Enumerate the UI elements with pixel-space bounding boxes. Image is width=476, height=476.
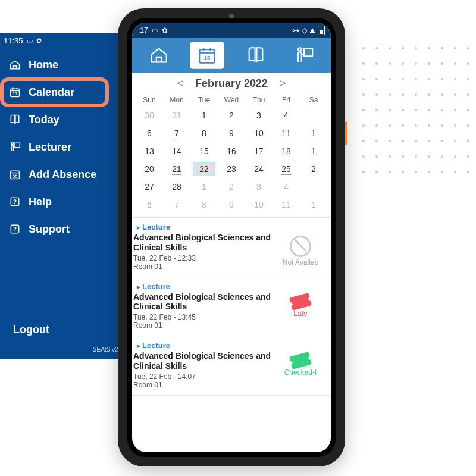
calendar-day[interactable] [300,178,327,196]
calendar-day[interactable]: 6 [136,196,163,214]
sidebar-panel: 11:35 ▭ ✿ Home15CalendarTodayLecturerAdd… [0,33,133,359]
calendar-day[interactable]: 1 [190,107,218,124]
support-icon: ? [8,223,21,236]
calendar-day[interactable]: 14 [163,142,190,160]
month-label: February 2022 [195,77,268,90]
svg-text:?: ? [13,199,17,205]
calendar-day[interactable]: 25 [273,160,300,178]
sidebar-item-help[interactable]: ?Help [0,188,133,215]
calendar-day[interactable]: 24 [245,160,273,178]
battery-icon: ▭ [27,37,33,45]
sidebar-item-label: Help [29,196,52,208]
calendar-day[interactable]: 8 [190,124,218,142]
calendar-day[interactable]: 7 [163,124,190,142]
calendar-day[interactable]: 21 [163,160,190,178]
calendar-day[interactable]: 17 [245,142,273,160]
calendar-day[interactable] [300,107,327,124]
tab-lecturer[interactable] [287,42,321,68]
event-item[interactable]: LectureAdvanced Biological Sciences and … [132,218,331,277]
svg-text:?: ? [13,226,17,233]
calendar-day[interactable]: 15 [190,142,218,160]
sidebar-nav: Home15CalendarTodayLecturerAdd Absence?H… [0,51,133,243]
tab-home[interactable] [142,42,176,68]
calendar-day[interactable]: 4 [273,107,300,124]
phone-time: :17 [138,26,148,35]
svg-text:15: 15 [12,92,17,96]
calendar-day[interactable]: 2 [218,107,245,124]
status-not-available: Not Availab [274,236,327,267]
svg-point-10 [298,48,302,51]
calendar-day[interactable]: 31 [163,107,190,124]
event-item[interactable]: LectureAdvanced Biological Sciences and … [132,336,331,396]
sidebar-item-support[interactable]: ?Support [0,215,133,243]
gear-icon: ✿ [162,26,168,35]
calendar-day[interactable]: 10 [245,196,273,214]
calendar-day[interactable]: 11 [273,124,300,142]
calendar-day[interactable]: 16 [218,142,245,160]
calendar-icon: 15 [8,86,21,99]
logout-button[interactable]: Logout [13,324,49,336]
calendar-day[interactable]: 11 [273,196,300,214]
calendar-day[interactable]: 1 [300,142,327,160]
calendar-day[interactable]: 3 [245,107,273,124]
calendar-day[interactable]: 22 [190,160,218,178]
weekday-header: Sun [136,93,163,107]
sidebar-item-label: Today [29,114,60,126]
cast-icon: ▭ [152,26,158,35]
home-icon [8,58,21,71]
calendar-day[interactable]: 13 [136,142,163,160]
weekday-header: Tue [190,93,218,107]
calendar-day[interactable]: 3 [245,178,273,196]
calendar-day[interactable]: 28 [163,178,190,196]
weekday-header: Fri [273,93,300,107]
calendar-day[interactable]: 27 [136,178,163,196]
calendar-day[interactable]: 18 [273,142,300,160]
prev-month-button[interactable]: < [177,77,183,90]
ticket-icon [289,293,312,311]
next-month-button[interactable]: > [280,77,286,90]
phone-speaker [229,14,234,18]
not-available-icon [290,236,311,257]
lecturer-icon [8,140,21,154]
tab-calendar[interactable]: 15 [190,42,224,68]
calendar-day[interactable]: 2 [300,160,327,178]
event-item[interactable]: LectureAdvanced Biological Sciences and … [132,277,331,337]
calendar-day[interactable]: 9 [218,124,245,142]
svg-text:15: 15 [204,54,211,61]
status-checked-in: Checked-I [274,354,327,377]
sidebar-item-add-absence[interactable]: Add Absence [0,161,133,188]
calendar-day[interactable]: 2 [218,178,245,196]
weekday-header: Sa [300,93,327,107]
decorative-dots [357,42,476,178]
sidebar-item-lecturer[interactable]: Lecturer [0,133,133,161]
sidebar-item-today[interactable]: Today [0,106,133,133]
sidebar-item-home[interactable]: Home [0,51,133,79]
key-icon: ⊶ [292,26,299,35]
event-type: Lecture [132,282,331,291]
calendar-day[interactable]: 10 [245,124,273,142]
phone-screen: :17 ▭ ✿ ⊶ ◇ 15 [132,23,331,452]
calendar-day[interactable]: 23 [218,160,245,178]
phone-frame: :17 ▭ ✿ ⊶ ◇ 15 [118,8,345,466]
month-header: < February 2022 > [132,73,331,93]
calendar-day[interactable]: 20 [136,160,163,178]
wifi-icon: ◇ [302,26,307,35]
calendar-day[interactable]: 6 [136,124,163,142]
calendar-day[interactable]: 4 [273,178,300,196]
calendar-day[interactable]: 9 [218,196,245,214]
calendar-day[interactable]: 1 [190,178,218,196]
weekday-header: Thu [245,93,273,107]
calendar-grid[interactable]: SunMonTueWedThuFriSa30311234678910111131… [132,93,331,214]
sidebar-item-calendar[interactable]: 15Calendar [0,79,133,106]
calendar-day[interactable]: 1 [300,196,327,214]
calendar-day[interactable]: 1 [300,124,327,142]
ticket-icon [289,352,312,369]
event-room: Room 01 [132,381,331,389]
tab-today[interactable] [239,42,273,68]
gear-icon: ✿ [36,37,42,45]
calendar-day[interactable]: 30 [136,107,163,124]
calendar-day[interactable]: 8 [190,196,218,214]
calendar-day[interactable]: 7 [163,196,190,214]
sidebar-item-label: Support [29,223,70,236]
absence-icon [8,168,21,181]
